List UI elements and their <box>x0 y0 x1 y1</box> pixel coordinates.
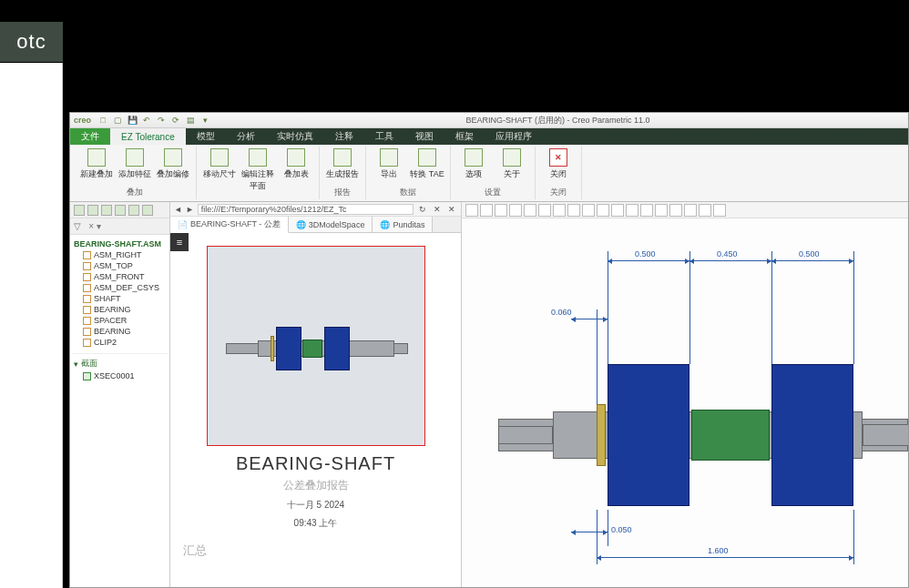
tree-item[interactable]: SHAFT <box>72 293 168 304</box>
tree-tb-icon[interactable] <box>115 205 126 216</box>
doc-tab-report[interactable]: 📄BEARING-SHAFT - 公差 <box>170 217 289 233</box>
convert-tae-button[interactable]: 转换 TAE <box>410 147 444 180</box>
tree-item[interactable]: ASM_DEF_CSYS <box>72 282 168 293</box>
dim-value: 0.500 <box>635 249 656 259</box>
qat-open-icon[interactable]: ▢ <box>111 114 124 127</box>
options-button[interactable]: 选项 <box>456 147 491 180</box>
tree-section-header[interactable]: ▾ 截面 <box>72 353 168 370</box>
new-stackup-button[interactable]: 新建叠加 <box>79 147 114 180</box>
tree-filter[interactable]: ▽ × ▾ <box>70 218 169 235</box>
tree-item[interactable]: SPACER <box>72 315 168 326</box>
3d-viewport[interactable]: 0.500 0.450 0.500 0.060 0.050 1.600 <box>462 218 908 587</box>
qat-undo-icon[interactable]: ↶ <box>140 114 153 127</box>
doc-tab-3dmodelspace[interactable]: 🌐3DModelSpace <box>289 217 373 232</box>
about-button[interactable]: 关于 <box>495 147 529 180</box>
report-menu-icon[interactable]: ≡ <box>170 233 189 251</box>
ribbon-group-close: ✕关闭 关闭 <box>536 147 582 199</box>
tab-model[interactable]: 模型 <box>186 128 226 145</box>
app-body: ▽ × ▾ BEARING-SHAFT.ASM ASM_RIGHT ASM_TO… <box>70 202 908 587</box>
tree-tb-icon[interactable] <box>87 205 98 216</box>
nav-fwd-icon[interactable]: ► <box>186 205 194 214</box>
vtb-icon[interactable] <box>509 204 522 217</box>
titlebar: creo □ ▢ 💾 ↶ ↷ ⟳ ▤ ▾ BEARING-SHAFT (启用的)… <box>70 113 908 128</box>
qat-regen-icon[interactable]: ⟳ <box>169 114 182 127</box>
reload-icon[interactable]: ↻ <box>417 204 428 215</box>
add-feature-button[interactable]: 添加特征 <box>117 147 152 180</box>
vtb-icon[interactable] <box>553 204 566 217</box>
vtb-icon[interactable] <box>699 204 711 217</box>
ribbon-group-settings: 选项 关于 设置 <box>451 147 536 199</box>
tree-item[interactable]: ASM_FRONT <box>72 271 168 282</box>
qat-save-icon[interactable]: 💾 <box>126 114 138 127</box>
vtb-icon[interactable] <box>597 204 609 217</box>
tab-apps[interactable]: 应用程序 <box>485 128 543 145</box>
tab-view[interactable]: 视图 <box>404 128 444 145</box>
nav-back-icon[interactable]: ◄ <box>174 205 182 214</box>
vtb-icon[interactable] <box>669 204 682 217</box>
vtb-icon[interactable] <box>611 204 624 217</box>
tree-tb-icon[interactable] <box>74 205 85 216</box>
report-body: ≡ BEARING-SHAFT 公差叠加报告 十一月 5 2024 09:43 … <box>170 233 461 587</box>
tab-tools[interactable]: 工具 <box>364 128 404 145</box>
move-dim-button[interactable]: 移动尺寸 <box>202 147 237 180</box>
edit-annot-button[interactable]: 编辑注释平面 <box>240 147 275 192</box>
tab-framework[interactable]: 框架 <box>444 128 485 145</box>
vtb-icon[interactable] <box>655 204 668 217</box>
export-button[interactable]: 导出 <box>372 147 406 180</box>
model-tree-panel: ▽ × ▾ BEARING-SHAFT.ASM ASM_RIGHT ASM_TO… <box>70 202 170 587</box>
vtb-icon[interactable] <box>640 204 653 217</box>
vtb-icon[interactable] <box>524 204 536 217</box>
tree-root[interactable]: BEARING-SHAFT.ASM <box>72 238 168 249</box>
dim-value: 1.600 <box>708 546 729 555</box>
tree-item[interactable]: ASM_RIGHT <box>72 249 168 260</box>
model-tree: BEARING-SHAFT.ASM ASM_RIGHT ASM_TOP ASM_… <box>70 235 169 587</box>
tab-ez-tolerance[interactable]: EZ Tolerance <box>110 128 186 145</box>
tab-annotate[interactable]: 注释 <box>324 128 364 145</box>
doc-tab-punditas[interactable]: 🌐Punditas <box>373 217 433 232</box>
vtb-icon[interactable] <box>626 204 638 217</box>
stackup-table-button[interactable]: 叠加表 <box>279 147 313 180</box>
tree-tb-icon[interactable] <box>101 205 112 216</box>
tab-analysis[interactable]: 分析 <box>226 128 266 145</box>
dim-value: 0.060 <box>551 308 572 317</box>
qat-new-icon[interactable]: □ <box>97 114 109 127</box>
qat-more-icon[interactable]: ▾ <box>199 114 211 127</box>
vtb-icon[interactable] <box>567 204 580 217</box>
quick-access-toolbar: □ ▢ 💾 ↶ ↷ ⟳ ▤ ▾ <box>97 114 211 127</box>
qat-close-icon[interactable]: ▤ <box>184 114 197 127</box>
outer-frame-left: otc <box>0 0 63 588</box>
dim-value: 0.500 <box>799 249 820 259</box>
vtb-icon[interactable] <box>582 204 595 217</box>
vtb-icon[interactable] <box>538 204 551 217</box>
window-title: BEARING-SHAFT (启用的) - Creo Parametric 11… <box>211 115 904 127</box>
tree-item-xsec[interactable]: XSEC0001 <box>72 370 168 381</box>
qat-redo-icon[interactable]: ↷ <box>155 114 168 127</box>
tree-item[interactable]: BEARING <box>72 326 168 337</box>
ribbon-group-label: 叠加 <box>79 186 190 199</box>
url-field[interactable]: file:///E:/Temporary%20files/1212/EZ_Tc <box>198 204 414 215</box>
tab-file[interactable]: 文件 <box>70 128 110 145</box>
vtb-icon[interactable] <box>495 204 507 217</box>
vtb-icon[interactable] <box>480 204 493 217</box>
ribbon-group-label: 设置 <box>456 186 529 199</box>
tree-item[interactable]: BEARING <box>72 304 168 315</box>
tree-tb-icon[interactable] <box>128 205 139 216</box>
close-button[interactable]: ✕关闭 <box>541 147 576 180</box>
vtb-icon[interactable] <box>713 204 726 217</box>
tree-item[interactable]: ASM_TOP <box>72 260 168 271</box>
tree-item[interactable]: CLIP2 <box>72 337 168 348</box>
edit-stackup-button[interactable]: 叠加编修 <box>156 147 190 180</box>
ribbon-group-report: 生成报告 报告 <box>320 147 366 199</box>
generate-report-button[interactable]: 生成报告 <box>325 147 360 180</box>
creo-window: creo □ ▢ 💾 ↶ ↷ ⟳ ▤ ▾ BEARING-SHAFT (启用的)… <box>69 112 909 588</box>
vtb-icon[interactable] <box>684 204 697 217</box>
vtb-icon[interactable] <box>465 204 478 217</box>
doc-tabs: 📄BEARING-SHAFT - 公差 🌐3DModelSpace 🌐Pundi… <box>170 217 461 233</box>
close-panel-icon[interactable]: ✕ <box>446 204 457 215</box>
report-date: 十一月 5 2024 <box>179 499 452 512</box>
report-panel: ◄ ► file:///E:/Temporary%20files/1212/EZ… <box>170 202 462 587</box>
tree-tb-icon[interactable] <box>142 205 153 216</box>
tab-live-sim[interactable]: 实时仿真 <box>266 128 324 145</box>
close-tab-icon[interactable]: ✕ <box>432 204 443 215</box>
ribbon-group-label: 关闭 <box>541 186 576 199</box>
